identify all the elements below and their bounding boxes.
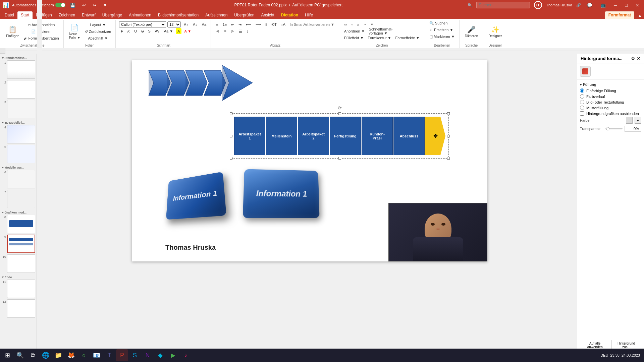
sel-handle-tc[interactable]	[338, 112, 341, 115]
textdir-button[interactable]: ⟲T	[270, 21, 278, 27]
tab-praesentation[interactable]: Bildschirmpräsentation	[155, 11, 202, 19]
sel-handle-br[interactable]	[447, 157, 450, 160]
transparenz-value[interactable]: 0%	[625, 126, 641, 132]
zuruecksetzen-button[interactable]: ↺ Zurücksetzen	[83, 28, 113, 35]
shadow-button[interactable]: S	[146, 28, 152, 34]
radio-muster[interactable]	[580, 106, 584, 110]
columns-button[interactable]: ⫴	[264, 21, 269, 27]
option-bild[interactable]: Bild- oder Texturfüllung	[580, 100, 641, 104]
tab-einfuegen[interactable]: Einfügen	[33, 11, 55, 19]
slide-thumb-5[interactable]: 5	[1, 145, 35, 163]
maximize-button[interactable]: □	[623, 2, 630, 8]
smartart-button[interactable]: In SmartArt konvertieren ▼	[288, 21, 336, 27]
firefox-icon[interactable]: 🦊	[65, 349, 77, 361]
panel-close-button[interactable]: ✕	[637, 56, 641, 61]
align-center-button[interactable]: ≡	[222, 28, 228, 34]
canvas-area[interactable]: ⟳ Arbeitspaket1 Meilenstein Arbeitspaket…	[37, 54, 577, 353]
app7-icon[interactable]: ◆	[154, 349, 166, 361]
more-button[interactable]: ▼	[101, 2, 109, 8]
clear-format-button[interactable]: Aa	[200, 21, 208, 27]
slide-thumb-9[interactable]: 9	[1, 235, 35, 253]
layout-button[interactable]: Layout ▼	[83, 22, 113, 28]
slide-thumb-6[interactable]: 6	[1, 170, 35, 188]
fuelleffekt-button[interactable]: Fülleffekt ▼	[342, 35, 365, 41]
shape-arrow[interactable]: →	[362, 21, 368, 27]
redo-button[interactable]: ↪	[91, 2, 98, 8]
slide-thumb-8[interactable]: 8	[1, 215, 35, 233]
shape-circle[interactable]: ○	[350, 21, 355, 27]
radio-farbverlauf[interactable]	[580, 94, 584, 99]
slide-thumb-1[interactable]: 1	[1, 60, 35, 79]
increase-font-button[interactable]: A↑	[182, 21, 190, 27]
tab-zeichnen[interactable]: Zeichnen	[55, 11, 78, 19]
tab-datei[interactable]: Datei	[1, 11, 17, 19]
sel-handle-bc[interactable]	[338, 157, 341, 160]
line-spacing-button[interactable]: ↕	[245, 28, 250, 34]
teams-icon[interactable]: T	[103, 349, 115, 361]
sel-handle-tr[interactable]	[447, 112, 450, 115]
align-justify-button[interactable]: ☰	[237, 28, 244, 34]
skype-icon[interactable]: S	[129, 349, 141, 361]
einfuegen-button[interactable]: 📋 Einfügen	[4, 23, 21, 40]
align-right-button[interactable]: ⫸	[229, 28, 236, 34]
list-num-button[interactable]: 1≡	[221, 21, 229, 27]
font-size-select[interactable]: 12	[167, 21, 181, 27]
panel-settings-button[interactable]: ⚙	[631, 56, 635, 61]
strikethrough-button[interactable]: S	[140, 28, 145, 34]
sel-handle-tl[interactable]	[230, 112, 232, 115]
highlight-button[interactable]: A	[176, 28, 181, 34]
tab-ansicht[interactable]: Ansicht	[258, 11, 277, 19]
shape-rect[interactable]: ▭	[342, 21, 349, 27]
sel-handle-bl[interactable]	[230, 157, 232, 160]
slide-thumb-12[interactable]: 12	[1, 299, 35, 318]
slide-thumb-11[interactable]: 11	[1, 280, 35, 298]
sel-handle-mr[interactable]	[447, 135, 450, 137]
slide-thumb-10[interactable]: 10	[1, 254, 35, 273]
diktieren-button[interactable]: 🎤 Diktieren	[463, 23, 480, 40]
save-button[interactable]: 💾	[68, 2, 77, 8]
fontcolor-button[interactable]: A ▼	[182, 28, 193, 34]
minimize-button[interactable]: ─	[612, 2, 619, 8]
case-button[interactable]: Aa ▼	[162, 28, 175, 34]
option-einfarbig[interactable]: Einfarbige Füllung	[580, 88, 641, 93]
explorer-icon[interactable]: 📁	[52, 349, 64, 361]
farbe-swatch[interactable]	[626, 117, 633, 124]
suchen-button[interactable]: 🔍 Suchen	[428, 20, 449, 26]
sel-handle-ml[interactable]	[230, 135, 232, 137]
slide-thumb-2[interactable]: 2	[1, 80, 35, 99]
farbe-picker-button[interactable]: ▼	[635, 117, 641, 124]
indent-increase-button[interactable]: ⇥	[237, 21, 243, 27]
spacing-button[interactable]: AV	[153, 28, 161, 34]
tab-uebergaenge[interactable]: Übergänge	[99, 11, 125, 19]
tab-formformat[interactable]: Formformat	[605, 11, 634, 19]
search-taskbar[interactable]: 🔍	[14, 349, 26, 361]
rotate-handle[interactable]: ⟳	[337, 105, 342, 111]
checkbox-hintergrund[interactable]	[580, 111, 584, 116]
list-bullet-button[interactable]: ≡	[214, 21, 220, 27]
powerpoint-taskbar-icon[interactable]: P	[116, 349, 128, 361]
slide-thumb-4[interactable]: 4	[1, 125, 35, 143]
autosave-switch[interactable]	[55, 3, 65, 7]
slide-thumb-7[interactable]: 7	[1, 190, 35, 208]
ribbon-expand-button[interactable]: ▲	[636, 12, 644, 19]
designer-button[interactable]: ✨ Designer	[486, 23, 504, 40]
tab-animationen[interactable]: Animationen	[125, 11, 155, 19]
shape-triangle[interactable]: △	[355, 21, 361, 27]
schnellformatvorlagen-button[interactable]: Schnellformat-vorlagen ▼	[367, 28, 394, 34]
close-button[interactable]: ✕	[634, 2, 641, 8]
undo-button[interactable]: ↩	[80, 2, 88, 8]
radio-einfarbig[interactable]	[580, 88, 584, 93]
markieren-button[interactable]: ⬚ Markieren ▼	[428, 34, 457, 40]
taskview-button[interactable]: ⧉	[27, 349, 39, 361]
start-button[interactable]: ⊞	[1, 349, 13, 361]
rtl-button[interactable]: ⟵	[244, 21, 253, 27]
edge-icon[interactable]: 🌐	[40, 349, 52, 361]
tab-entwurf[interactable]: Entwurf	[78, 11, 99, 19]
ersetzen-button[interactable]: ↔ Ersetzen ▼	[428, 27, 455, 33]
tab-aufzeichnen[interactable]: Aufzeichnen	[202, 11, 231, 19]
anordnen-button[interactable]: Anordnen ▼	[342, 28, 367, 34]
transparenz-slider[interactable]	[605, 128, 623, 129]
abschnitt-button[interactable]: Abschnitt ▼	[83, 35, 113, 41]
option-farbverlauf[interactable]: Farbverlauf	[580, 94, 641, 99]
search-input[interactable]	[476, 2, 530, 8]
